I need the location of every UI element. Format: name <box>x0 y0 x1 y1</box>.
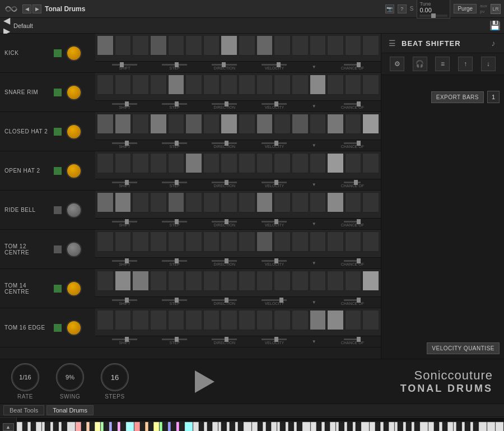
openhat-toggle[interactable] <box>54 167 62 175</box>
seq-step[interactable] <box>345 75 362 95</box>
seq-step[interactable] <box>221 231 237 252</box>
seq-step[interactable] <box>327 114 344 134</box>
seq-step[interactable] <box>115 35 132 55</box>
save-btn[interactable]: 💾 <box>489 20 501 31</box>
seq-step[interactable] <box>221 75 237 95</box>
tom14-knob[interactable] <box>66 281 82 296</box>
seq-step[interactable] <box>132 271 149 291</box>
seq-step[interactable] <box>239 114 255 134</box>
seq-step[interactable] <box>362 271 379 291</box>
seq-step[interactable] <box>256 310 273 330</box>
seq-step[interactable] <box>292 271 309 291</box>
seq-step[interactable] <box>274 192 291 212</box>
seq-step[interactable] <box>345 35 362 55</box>
seq-step[interactable] <box>150 271 167 291</box>
tom14-dir-slider[interactable] <box>212 299 237 301</box>
openhat-dir-slider[interactable] <box>212 182 237 183</box>
openhat-step-slider[interactable] <box>162 182 187 183</box>
seq-step[interactable] <box>362 114 379 134</box>
seq-step[interactable] <box>150 231 167 252</box>
tom14-chance-slider[interactable] <box>344 299 361 301</box>
seq-step[interactable] <box>185 192 202 212</box>
seq-step[interactable] <box>168 231 185 252</box>
tom14-toggle[interactable] <box>54 285 62 293</box>
seq-step[interactable] <box>292 231 309 252</box>
seq-step[interactable] <box>310 192 326 212</box>
seq-step[interactable] <box>221 153 237 173</box>
tom14-shift-slider[interactable] <box>112 299 137 301</box>
tom14-vel-slider[interactable] <box>262 299 287 301</box>
kick-chance-slider[interactable] <box>344 64 361 66</box>
kick-vel-slider[interactable] <box>262 64 287 66</box>
ridebell-toggle[interactable] <box>54 206 62 214</box>
seq-step[interactable] <box>292 35 309 55</box>
preset-nav-arrows[interactable]: ◀ ▶ <box>22 4 41 13</box>
kick-toggle[interactable] <box>54 49 62 57</box>
seq-step[interactable] <box>97 192 114 212</box>
seq-step[interactable] <box>132 35 149 55</box>
seq-step[interactable] <box>97 231 114 252</box>
seq-step[interactable] <box>274 231 291 252</box>
seq-step[interactable] <box>203 310 220 330</box>
seq-step[interactable] <box>239 192 255 212</box>
closedhat-vel-slider[interactable] <box>262 142 287 144</box>
next-preset-btn[interactable]: ▶ <box>32 4 41 13</box>
seq-step[interactable] <box>115 75 132 95</box>
upload-icon[interactable]: ↑ <box>458 57 473 71</box>
seq-step[interactable] <box>292 310 309 330</box>
seq-step[interactable] <box>132 192 149 212</box>
seq-step[interactable] <box>203 75 220 95</box>
seq-step[interactable] <box>327 192 344 212</box>
seq-step[interactable] <box>150 153 167 173</box>
closedhat-step-slider[interactable] <box>162 142 187 144</box>
rate-knob[interactable]: 1/16 <box>11 363 39 391</box>
swing-knob[interactable]: 9% <box>56 363 84 391</box>
snare-dir-slider[interactable] <box>212 103 237 105</box>
tom12-vel-slider[interactable] <box>262 260 287 262</box>
ridebell-knob[interactable] <box>66 202 82 218</box>
tom16-vel-slider[interactable] <box>262 339 287 340</box>
seq-step[interactable] <box>115 114 132 134</box>
seq-step[interactable] <box>327 153 344 173</box>
seq-step[interactable] <box>239 271 255 291</box>
eq-icon[interactable]: ≡ <box>435 57 450 71</box>
seq-step[interactable] <box>310 75 326 95</box>
info-btn[interactable]: ? <box>398 4 407 13</box>
seq-step[interactable] <box>97 153 114 173</box>
hamburger-icon[interactable]: ☰ <box>386 37 398 49</box>
seq-step[interactable] <box>345 153 362 173</box>
closedhat-toggle[interactable] <box>54 128 62 136</box>
tab-tonal-drums[interactable]: Tonal Drums <box>46 405 94 415</box>
seq-step[interactable] <box>256 35 273 55</box>
seq-step[interactable] <box>132 75 149 95</box>
openhat-knob[interactable] <box>66 163 82 179</box>
snare-toggle[interactable] <box>54 89 62 96</box>
snare-step-slider[interactable] <box>162 103 187 105</box>
seq-step[interactable] <box>115 310 132 330</box>
kick-knob[interactable] <box>66 45 82 61</box>
ridebell-step-slider[interactable] <box>162 221 187 223</box>
seq-step[interactable] <box>310 153 326 173</box>
seq-step[interactable] <box>239 231 255 252</box>
closedhat-chance-slider[interactable] <box>344 142 361 144</box>
seq-step[interactable] <box>168 271 185 291</box>
tom16-knob[interactable] <box>66 320 82 336</box>
seq-step[interactable] <box>327 271 344 291</box>
closedhat-knob[interactable] <box>66 124 82 140</box>
velocity-quantise-button[interactable]: VELOCITY QUANTISE <box>427 342 500 354</box>
tom16-step-slider[interactable] <box>162 339 187 340</box>
closedhat-dir-slider[interactable] <box>212 142 237 144</box>
octave-up-btn[interactable]: ▲ <box>3 423 14 431</box>
seq-step[interactable] <box>327 35 344 55</box>
seq-step[interactable] <box>185 75 202 95</box>
tom12-chance-slider[interactable] <box>344 260 361 262</box>
seq-step[interactable] <box>97 310 114 330</box>
seq-step[interactable] <box>185 35 202 55</box>
seq-step[interactable] <box>274 153 291 173</box>
purge-button[interactable]: Purge <box>454 4 477 13</box>
closedhat-shift-slider[interactable] <box>112 142 137 144</box>
tom12-shift-slider[interactable] <box>112 260 137 262</box>
openhat-vel-slider[interactable] <box>262 182 287 183</box>
seq-step[interactable] <box>115 153 132 173</box>
seq-step[interactable] <box>256 153 273 173</box>
